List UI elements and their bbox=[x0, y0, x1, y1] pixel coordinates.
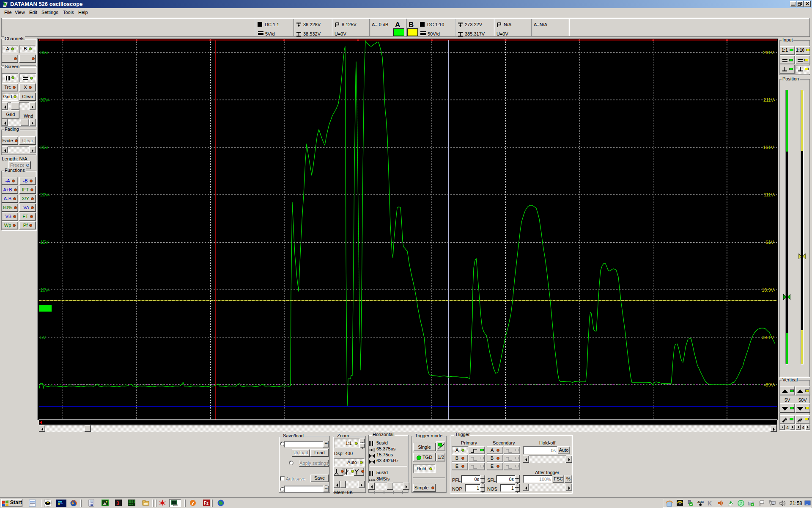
svg-text:3: 3 bbox=[116, 500, 119, 506]
svg-text:-39.1V-: -39.1V- bbox=[760, 335, 776, 340]
svg-text:-89V-: -89V- bbox=[764, 382, 776, 387]
svg-text:261V-: 261V- bbox=[763, 50, 775, 55]
svg-text:10.9V-: 10.9V- bbox=[762, 287, 775, 293]
svg-text:10V-: 10V- bbox=[40, 287, 50, 293]
svg-text:35V-: 35V- bbox=[40, 50, 50, 55]
svg-text:2: 2 bbox=[740, 501, 742, 506]
svg-text:30V-: 30V- bbox=[40, 97, 50, 102]
svg-text:161V-: 161V- bbox=[763, 145, 775, 150]
svg-text:25V-: 25V- bbox=[40, 145, 50, 150]
svg-text:211V-: 211V- bbox=[763, 97, 775, 102]
svg-text:15V-: 15V- bbox=[40, 240, 50, 245]
svg-text:5V-: 5V- bbox=[40, 335, 47, 340]
svg-text:Fz: Fz bbox=[204, 501, 208, 505]
svg-text:111V-: 111V- bbox=[764, 192, 775, 197]
svg-text:ABC: ABC bbox=[697, 500, 704, 503]
svg-text:20V-: 20V- bbox=[40, 192, 50, 197]
svg-text:61V-: 61V- bbox=[765, 240, 775, 245]
svg-text:K: K bbox=[708, 500, 712, 507]
